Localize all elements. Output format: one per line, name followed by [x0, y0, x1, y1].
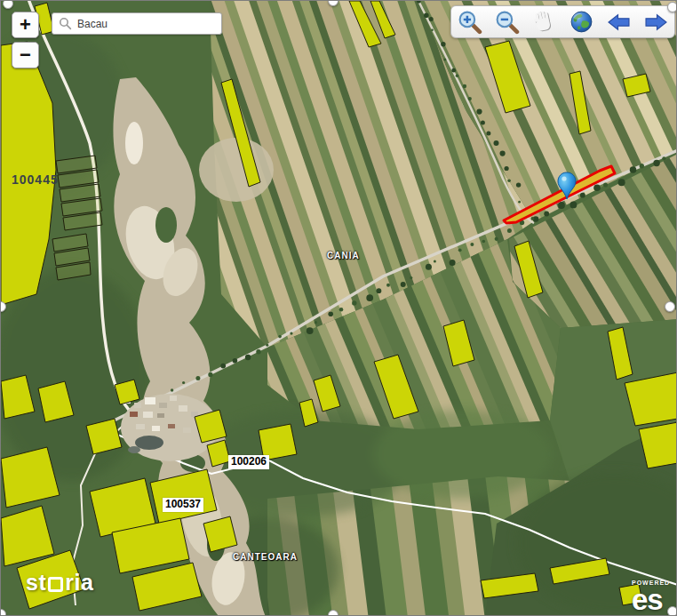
parcel-label-100206: 100206: [228, 455, 269, 469]
search-input[interactable]: [76, 17, 212, 31]
parcel-label-100537: 100537: [163, 498, 203, 512]
hand-icon: [531, 9, 557, 35]
full-extent-tool-button[interactable]: [564, 8, 598, 36]
village-pond: [135, 436, 163, 450]
arrow-left-icon: [607, 12, 631, 32]
resize-handle-top-right[interactable]: [667, 2, 677, 12]
search-box[interactable]: [52, 12, 222, 35]
next-extent-button[interactable]: [639, 8, 673, 36]
globe-icon: [569, 10, 593, 34]
map-toolbar: [450, 5, 675, 38]
zoom-in-magnifier-icon: [457, 9, 482, 35]
satellite-map[interactable]: [1, 1, 677, 616]
arrow-right-icon: [644, 12, 668, 32]
zoom-control: + −: [12, 12, 39, 68]
map-viewport: 100445 CANIA 100206 100537 CANTEOARA + −: [0, 0, 677, 616]
search-icon: [59, 17, 72, 30]
zoom-out-button[interactable]: −: [12, 42, 39, 68]
zoom-out-tool-button[interactable]: [490, 8, 524, 36]
resize-handle-bottom-middle[interactable]: [328, 610, 338, 616]
resize-handle-bottom-right[interactable]: [667, 606, 677, 616]
zoom-in-button[interactable]: +: [12, 12, 39, 38]
zoom-out-magnifier-icon: [494, 9, 520, 35]
zoom-in-tool-button[interactable]: [453, 8, 487, 36]
previous-extent-button[interactable]: [601, 8, 635, 36]
pan-tool-button[interactable]: [528, 8, 562, 36]
resize-handle-right-middle[interactable]: [665, 301, 675, 312]
